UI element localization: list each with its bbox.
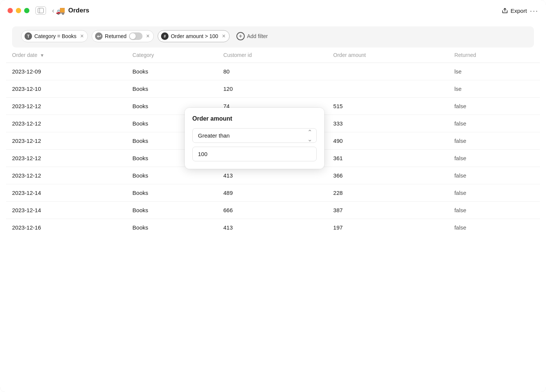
cell-returned: false xyxy=(448,167,540,184)
window-title: 🚚 Orders xyxy=(56,6,89,15)
table-row: 2023-12-10Books120lse xyxy=(6,80,540,98)
traffic-lights xyxy=(8,8,29,13)
cell-returned: lse xyxy=(448,63,540,80)
close-button[interactable] xyxy=(8,8,13,13)
main-content: Order date ▼ Category Customer id Order … xyxy=(0,47,546,392)
returned-chip-icon: ↩ xyxy=(95,32,103,40)
cell-category: Books xyxy=(126,167,217,184)
order-amount-chip-icon: # xyxy=(161,32,169,40)
returned-chip-label: Returned xyxy=(105,33,127,39)
category-chip-remove[interactable]: × xyxy=(80,33,84,39)
returned-filter-chip[interactable]: ↩ Returned × xyxy=(92,30,154,42)
cell-order_date: 2023-12-14 xyxy=(6,202,126,219)
col-order-date-label: Order date xyxy=(12,52,37,58)
more-options-button[interactable]: ··· xyxy=(530,6,538,15)
cell-customer_id: 489 xyxy=(217,184,327,202)
sidebar-toggle-button[interactable] xyxy=(35,6,46,15)
more-icon: ··· xyxy=(530,6,538,15)
cell-order_date: 2023-12-12 xyxy=(6,98,126,115)
col-returned-label: Returned xyxy=(454,52,476,58)
titlebar-nav: ‹ xyxy=(35,6,56,15)
order-amount-popup: Order amount Greater than Less than Equa… xyxy=(185,108,324,169)
col-category[interactable]: Category xyxy=(126,47,217,63)
title-text: Orders xyxy=(68,7,89,14)
cell-returned: lse xyxy=(448,80,540,98)
cell-order_date: 2023-12-12 xyxy=(6,115,126,132)
order-amount-filter-chip[interactable]: # Order amount > 100 × xyxy=(158,30,230,42)
cell-order_amount xyxy=(327,63,448,80)
category-chip-label: Category = Books xyxy=(34,33,77,39)
col-order-amount-label: Order amount xyxy=(333,52,366,58)
returned-chip-remove[interactable]: × xyxy=(146,33,150,39)
cell-order_amount: 366 xyxy=(327,167,448,184)
cell-category: Books xyxy=(126,63,217,80)
col-order-date[interactable]: Order date ▼ xyxy=(6,47,126,63)
cell-order_date: 2023-12-16 xyxy=(6,219,126,236)
table-row: 2023-12-14Books666387false xyxy=(6,202,540,219)
cell-returned: false xyxy=(448,115,540,132)
title-icon: 🚚 xyxy=(56,6,65,15)
col-customer-id[interactable]: Customer id xyxy=(217,47,327,63)
cell-order_date: 2023-12-14 xyxy=(6,184,126,202)
maximize-button[interactable] xyxy=(24,8,29,13)
table-row: 2023-12-09Books80lse xyxy=(6,63,540,80)
order-amount-chip-label: Order amount > 100 xyxy=(171,33,218,39)
export-icon xyxy=(502,7,508,14)
cell-order_amount: 387 xyxy=(327,202,448,219)
back-button[interactable]: ‹ xyxy=(51,6,56,15)
operator-select[interactable]: Greater than Less than Equal to Between xyxy=(192,128,317,143)
table-row: 2023-12-14Books489228false xyxy=(6,184,540,202)
cell-order_amount: 361 xyxy=(327,150,448,167)
content-wrapper: Order date ▼ Category Customer id Order … xyxy=(0,47,546,392)
add-filter-icon: + xyxy=(236,32,245,40)
add-filter-button[interactable]: + Add filter xyxy=(233,30,271,42)
cell-returned: false xyxy=(448,132,540,150)
minimize-button[interactable] xyxy=(16,8,21,13)
cell-category: Books xyxy=(126,184,217,202)
titlebar-actions: Export ··· xyxy=(502,6,538,15)
cell-returned: false xyxy=(448,202,540,219)
cell-order_date: 2023-12-09 xyxy=(6,63,126,80)
add-filter-label: Add filter xyxy=(247,33,268,39)
cell-returned: false xyxy=(448,98,540,115)
col-order-amount[interactable]: Order amount xyxy=(327,47,448,63)
cell-order_amount xyxy=(327,80,448,98)
category-filter-chip[interactable]: T Category = Books × xyxy=(21,30,88,42)
titlebar: ‹ 🚚 Orders Export ··· xyxy=(0,0,546,21)
returned-toggle[interactable] xyxy=(129,32,143,40)
cell-returned: false xyxy=(448,184,540,202)
order-amount-value-input[interactable] xyxy=(192,147,317,161)
sort-arrow-icon: ▼ xyxy=(40,53,44,58)
operator-select-wrapper: Greater than Less than Equal to Between … xyxy=(192,128,317,143)
cell-customer_id: 120 xyxy=(217,80,327,98)
cell-order_date: 2023-12-10 xyxy=(6,80,126,98)
table-header-row: Order date ▼ Category Customer id Order … xyxy=(6,47,540,63)
order-amount-chip-remove[interactable]: × xyxy=(222,33,225,39)
cell-order_date: 2023-12-12 xyxy=(6,167,126,184)
table-row: 2023-12-12Books413366false xyxy=(6,167,540,184)
filter-bar-wrapper: T Category = Books × ↩ Returned × # Orde… xyxy=(0,21,546,47)
cell-returned: false xyxy=(448,219,540,236)
cell-order_date: 2023-12-12 xyxy=(6,150,126,167)
cell-order_amount: 490 xyxy=(327,132,448,150)
cell-order_amount: 228 xyxy=(327,184,448,202)
svg-rect-0 xyxy=(38,8,44,13)
filter-bar: T Category = Books × ↩ Returned × # Orde… xyxy=(12,26,534,47)
col-customer-id-label: Customer id xyxy=(223,52,252,58)
export-button[interactable]: Export xyxy=(502,7,527,14)
col-category-label: Category xyxy=(132,52,154,58)
cell-returned: false xyxy=(448,150,540,167)
popup-title: Order amount xyxy=(192,115,317,122)
col-returned[interactable]: Returned xyxy=(448,47,540,63)
cell-category: Books xyxy=(126,202,217,219)
cell-category: Books xyxy=(126,219,217,236)
export-label: Export xyxy=(511,8,527,14)
cell-customer_id: 666 xyxy=(217,202,327,219)
cell-order_date: 2023-12-12 xyxy=(6,132,126,150)
cell-order_amount: 333 xyxy=(327,115,448,132)
cell-category: Books xyxy=(126,80,217,98)
cell-order_amount: 197 xyxy=(327,219,448,236)
cell-customer_id: 413 xyxy=(217,167,327,184)
category-chip-icon: T xyxy=(25,32,32,40)
cell-customer_id: 80 xyxy=(217,63,327,80)
